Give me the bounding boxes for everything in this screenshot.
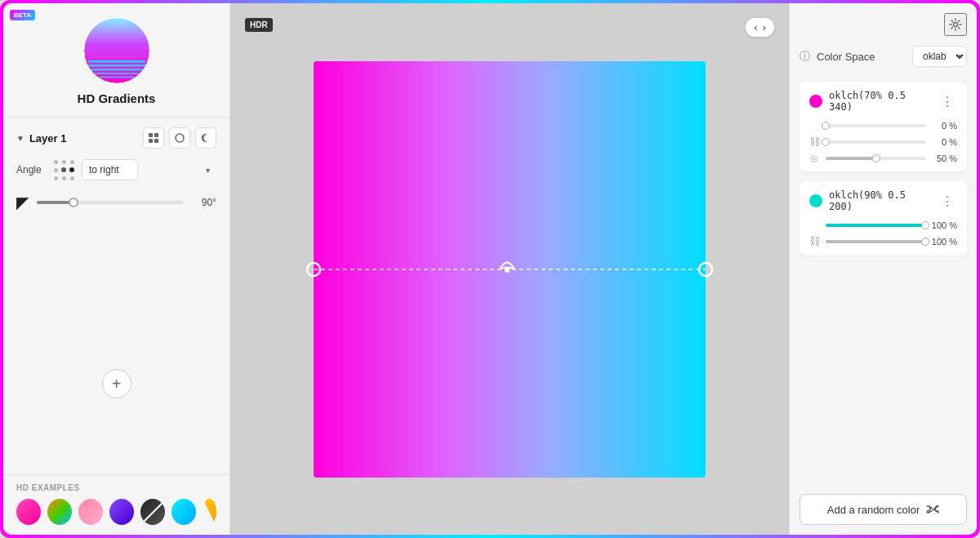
mini-slider-thumb-2-2 [921,238,929,246]
dot-5-center [61,167,66,172]
right-panel: ⓘ Color Space oklab srgb hsl oklch ▾ okl… [789,3,977,535]
dot-4 [54,168,58,172]
mini-slider-row-1-3: ◎ 50 % [809,153,957,163]
svg-rect-6 [99,77,135,78]
app-title: HD Gradients [78,91,156,105]
angle-row: Angle to right [16,158,216,181]
mini-slider-row-2-2: ⛓ 100 % [809,235,957,247]
svg-rect-2 [88,60,145,63]
slider-group-1: 0 % ⛓ 0 % ◎ [809,121,957,163]
mini-slider-value-1-3: 50 % [933,153,957,163]
angle-slider-thumb [69,198,78,207]
color-space-select[interactable]: oklab srgb hsl oklch [912,46,967,67]
gradient-preview[interactable] [314,61,706,478]
layer-icons [143,127,216,149]
link-icon-2: ⛓ [809,235,819,247]
mini-slider-track-2-1[interactable] [826,224,925,227]
svg-point-11 [176,134,184,142]
angle-label: Angle [16,164,46,176]
layer-chevron-icon[interactable]: ▼ [16,134,24,143]
layer-header-left: ▼ Layer 1 [16,132,66,145]
svg-rect-4 [91,69,143,71]
nav-arrows[interactable]: ‹ › [746,18,774,37]
mini-slider-track-1-1[interactable] [826,124,926,127]
dot-2 [62,160,66,164]
color-dot-2[interactable] [809,194,822,207]
app-logo [84,18,149,83]
mini-slider-track-2-2[interactable] [826,240,925,243]
right-header [800,13,967,36]
left-panel: BETA [3,3,230,535]
layer-grid-btn[interactable] [143,127,164,149]
examples-label: HD EXAMPLES [16,483,216,492]
color-stop-2: oklch(90% 0.5 200) ⋮ 100 % [800,181,967,256]
mini-slider-value-1-2: 0 % [933,137,957,147]
logo-section: HD Gradients [3,3,229,118]
svg-point-15 [307,263,320,276]
example-7[interactable] [203,499,216,525]
example-5[interactable] [140,499,165,525]
svg-rect-9 [149,139,153,143]
layer-moon-btn[interactable] [195,127,216,149]
color-name-2: oklch(90% 0.5 200) [829,189,931,212]
link-icon-1: ⛓ [809,136,819,148]
color-stop-1-header: oklch(70% 0.5 340) ⋮ [809,90,957,113]
layer-section: ▼ Layer 1 [3,118,229,474]
dot-1 [54,160,58,164]
midpoint-icon-1: ◎ [809,153,819,163]
svg-rect-10 [154,139,158,143]
layer-name: Layer 1 [29,132,67,145]
mini-slider-row-1-1: 0 % [809,121,957,131]
more-options-1[interactable]: ⋮ [938,94,957,109]
prev-arrow-icon: ‹ [754,21,757,33]
mini-slider-track-1-2[interactable] [826,140,926,144]
angle-slider-row: ◤ 90° [16,193,216,212]
svg-point-16 [699,263,712,276]
dot-6 [69,167,74,172]
canvas-area: HDR ‹ › [230,3,789,535]
mini-slider-thumb-1-2 [822,138,830,146]
example-3[interactable] [78,499,103,525]
mini-slider-track-1-3[interactable] [826,157,926,160]
mini-slider-thumb-1-3 [872,154,880,162]
color-dot-1[interactable] [809,95,822,108]
more-options-2[interactable]: ⋮ [938,193,957,209]
example-2[interactable] [47,499,72,525]
add-random-label: Add a random color [827,504,920,516]
mini-slider-value-2-1: 100 % [932,220,957,230]
mini-slider-fill-2-1 [826,224,925,227]
color-stop-2-header: oklch(90% 0.5 200) ⋮ [809,189,957,212]
color-space-label: Color Space [817,51,906,63]
mini-slider-thumb-2-1 [921,221,929,229]
angle-slider-track[interactable] [37,201,184,204]
direction-select[interactable]: to right to left to top to bottom [82,159,138,180]
mini-slider-fill-1-3 [826,157,876,160]
svg-rect-7 [149,133,153,137]
next-arrow-icon: › [763,21,766,33]
dot-8 [62,176,66,180]
add-random-color-button[interactable]: Add a random color [800,494,967,525]
settings-button[interactable] [944,13,967,36]
direction-select-wrapper: to right to left to top to bottom ▾ [82,159,216,180]
angle-shape-icon: ◤ [16,193,29,212]
angle-value: 90° [192,197,216,208]
mini-slider-fill-2-2 [826,240,925,243]
svg-point-18 [954,23,958,27]
beta-badge: BETA [10,10,35,20]
example-1[interactable] [16,499,41,525]
example-4[interactable] [109,499,134,525]
shuffle-icon [926,503,939,516]
mini-slider-value-1-1: 0 % [933,121,957,131]
info-icon: ⓘ [800,49,810,64]
hdr-badge: HDR [245,18,273,32]
layer-header: ▼ Layer 1 [16,127,216,149]
add-layer-button[interactable]: + [102,369,131,398]
dots-grid[interactable] [52,158,75,181]
example-6[interactable] [172,499,196,525]
layer-circle-btn[interactable] [169,127,190,149]
dot-7 [54,176,58,180]
mini-slider-row-2-1: 100 % [809,220,957,230]
svg-line-12 [140,499,165,525]
mini-slider-row-1-2: ⛓ 0 % [809,136,957,148]
svg-rect-5 [94,73,140,74]
